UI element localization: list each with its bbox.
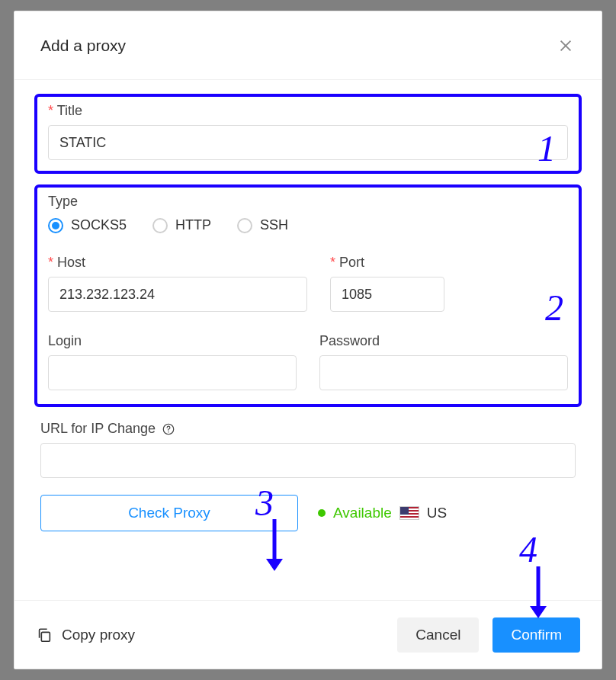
availability-text: Available	[333, 505, 392, 521]
radio-socks5[interactable]: SOCKS5	[48, 217, 127, 233]
type-radio-group: SOCKS5 HTTP SSH	[48, 217, 568, 233]
host-input[interactable]	[48, 277, 307, 312]
annotation-1: 1	[537, 127, 556, 169]
dialog-footer: Copy proxy Cancel Confirm	[14, 600, 602, 669]
type-label: Type	[48, 194, 568, 210]
radio-ssh[interactable]: SSH	[237, 217, 288, 233]
radio-dot-icon	[48, 218, 63, 233]
footer-buttons: Cancel Confirm	[397, 617, 580, 653]
password-label: Password	[319, 333, 568, 349]
annotation-2: 2	[545, 287, 563, 329]
password-column: Password	[319, 333, 568, 390]
help-icon[interactable]	[162, 422, 175, 436]
copy-icon	[36, 627, 53, 643]
confirm-button[interactable]: Confirm	[492, 617, 580, 653]
host-column: Host	[48, 255, 307, 312]
radio-dot-icon	[152, 218, 168, 233]
availability-status: Available US	[318, 505, 447, 521]
radio-ssh-label: SSH	[260, 217, 288, 233]
port-column: Port	[330, 255, 444, 312]
radio-http[interactable]: HTTP	[152, 217, 211, 233]
dialog-title: Add a proxy	[40, 37, 126, 55]
url-change-label-row: URL for IP Change	[40, 421, 576, 437]
copy-proxy-button[interactable]: Copy proxy	[36, 627, 135, 643]
port-label: Port	[330, 255, 444, 271]
host-port-row: Host Port	[48, 255, 568, 312]
url-change-label: URL for IP Change	[40, 421, 156, 437]
radio-socks5-label: SOCKS5	[71, 217, 127, 233]
close-button[interactable]	[556, 36, 576, 56]
connection-section-highlight: 2 Type SOCKS5 HTTP SSH Host	[34, 184, 582, 407]
dialog-body: 1 Title 2 Type SOCKS5 HTTP SSH	[14, 80, 602, 600]
check-row: Check Proxy Available US	[40, 495, 576, 531]
login-label: Login	[48, 333, 297, 349]
us-flag-icon	[399, 506, 419, 520]
radio-dot-icon	[237, 218, 252, 233]
host-label: Host	[48, 255, 307, 271]
copy-proxy-label: Copy proxy	[62, 627, 135, 643]
login-input[interactable]	[48, 355, 297, 390]
password-input[interactable]	[319, 355, 568, 390]
svg-marker-3	[266, 559, 283, 571]
title-input[interactable]	[48, 125, 568, 160]
annotation-4: 4	[519, 528, 537, 570]
status-dot-icon	[318, 509, 326, 517]
svg-point-1	[168, 431, 169, 433]
title-section-highlight: 1 Title	[34, 94, 582, 174]
title-label: Title	[48, 103, 568, 119]
radio-http-label: HTTP	[175, 217, 211, 233]
annotation-3: 3	[255, 482, 274, 524]
dialog-header: Add a proxy	[14, 11, 602, 80]
url-change-input[interactable]	[40, 443, 576, 478]
add-proxy-dialog: Add a proxy 1 Title 2 Type SOCKS5	[14, 11, 602, 669]
country-code: US	[427, 505, 447, 521]
login-password-row: Login Password	[48, 333, 568, 390]
svg-rect-6	[41, 632, 50, 641]
cancel-button[interactable]: Cancel	[397, 617, 479, 653]
close-icon	[557, 37, 574, 54]
login-column: Login	[48, 333, 297, 390]
port-input[interactable]	[330, 277, 444, 312]
url-change-block: URL for IP Change Check Proxy Available …	[40, 421, 576, 531]
